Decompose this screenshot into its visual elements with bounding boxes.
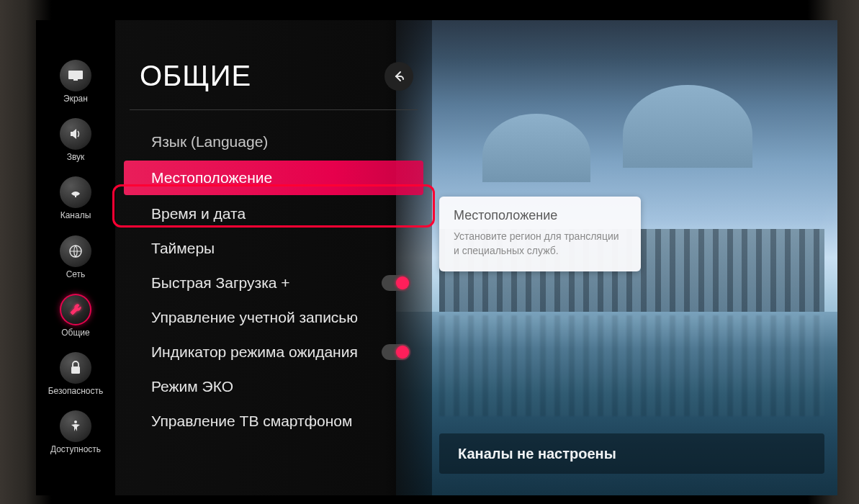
tv-screen: Экран Звук Каналы Сеть — [36, 20, 837, 495]
menu-item-quick-start[interactable]: Быстрая Загрузка + — [115, 266, 432, 300]
toggle-quick-start[interactable] — [382, 275, 410, 291]
panel-header: ОБЩИЕ — [115, 60, 432, 109]
wrench-icon — [60, 294, 91, 325]
toggle-standby-indicator[interactable] — [382, 344, 410, 360]
menu-item-label: Таймеры — [151, 240, 215, 257]
sidebar-item-label: Безопасность — [48, 387, 104, 396]
sidebar-item-label: Сеть — [66, 270, 86, 279]
menu-item-account-management[interactable]: Управление учетной записью — [115, 300, 432, 335]
sidebar-item-sound[interactable]: Звук — [60, 118, 91, 162]
menu-item-standby-indicator[interactable]: Индикатор режима ожидания — [115, 335, 432, 369]
menu-item-label: Язык (Language) — [151, 133, 268, 150]
tooltip-title: Местоположение — [454, 208, 626, 223]
display-icon — [60, 60, 91, 91]
sidebar-item-label: Звук — [67, 153, 85, 162]
menu-item-label: Быстрая Загрузка + — [151, 274, 290, 292]
svg-rect-2 — [75, 194, 76, 197]
menu-item-location[interactable]: Местоположение — [124, 161, 423, 195]
menu-item-eco-mode[interactable]: Режим ЭКО — [115, 369, 432, 404]
page-title: ОБЩИЕ — [140, 60, 251, 92]
menu-item-time-date[interactable]: Время и дата — [115, 197, 432, 231]
sidebar-item-label: Каналы — [60, 211, 91, 220]
svg-point-5 — [74, 420, 77, 423]
sidebar-item-accessibility[interactable]: Доступность — [50, 410, 101, 454]
globe-icon — [60, 235, 91, 267]
sidebar-item-security[interactable]: Безопасность — [48, 352, 104, 396]
speaker-icon — [60, 118, 91, 150]
sidebar-item-label: Общие — [61, 328, 89, 338]
menu-item-label: Время и дата — [151, 205, 246, 222]
divider — [130, 109, 418, 110]
sidebar-item-channels[interactable]: Каналы — [60, 176, 91, 220]
svg-rect-4 — [71, 366, 80, 374]
menu-item-label: Управление ТВ смартфоном — [151, 413, 352, 430]
background-reflection — [439, 315, 824, 416]
status-bar[interactable]: Каналы не настроены — [439, 433, 824, 474]
svg-rect-1 — [73, 79, 78, 81]
settings-panel: ОБЩИЕ Язык (Language) Местоположение Вре… — [115, 20, 432, 495]
back-icon — [392, 70, 405, 83]
satellite-icon — [60, 176, 91, 208]
tv-bezel: Экран Звук Каналы Сеть — [0, 0, 859, 504]
menu-item-language[interactable]: Язык (Language) — [115, 125, 432, 159]
tooltip-description: Установите регион для трансляции и специ… — [454, 229, 626, 258]
sidebar-item-network[interactable]: Сеть — [60, 235, 91, 279]
menu-item-label: Управление учетной записью — [151, 309, 358, 326]
sidebar-item-label: Доступность — [50, 445, 101, 454]
settings-menu: Язык (Language) Местоположение Время и д… — [115, 125, 432, 438]
accessibility-icon — [60, 410, 91, 442]
settings-sidebar: Экран Звук Каналы Сеть — [36, 60, 115, 454]
status-text: Каналы не настроены — [458, 446, 616, 462]
sidebar-item-screen[interactable]: Экран — [60, 60, 91, 104]
menu-item-smartphone-control[interactable]: Управление ТВ смартфоном — [115, 404, 432, 438]
menu-item-label: Режим ЭКО — [151, 378, 233, 395]
menu-item-label: Индикатор режима ожидания — [151, 343, 358, 361]
back-button[interactable] — [384, 62, 413, 91]
sidebar-item-general[interactable]: Общие — [60, 294, 91, 338]
sidebar-item-label: Экран — [63, 94, 88, 104]
svg-rect-0 — [68, 71, 83, 79]
help-tooltip: Местоположение Установите регион для тра… — [439, 197, 641, 271]
menu-item-label: Местоположение — [151, 169, 272, 186]
menu-item-timers[interactable]: Таймеры — [115, 231, 432, 266]
lock-icon — [60, 352, 91, 384]
